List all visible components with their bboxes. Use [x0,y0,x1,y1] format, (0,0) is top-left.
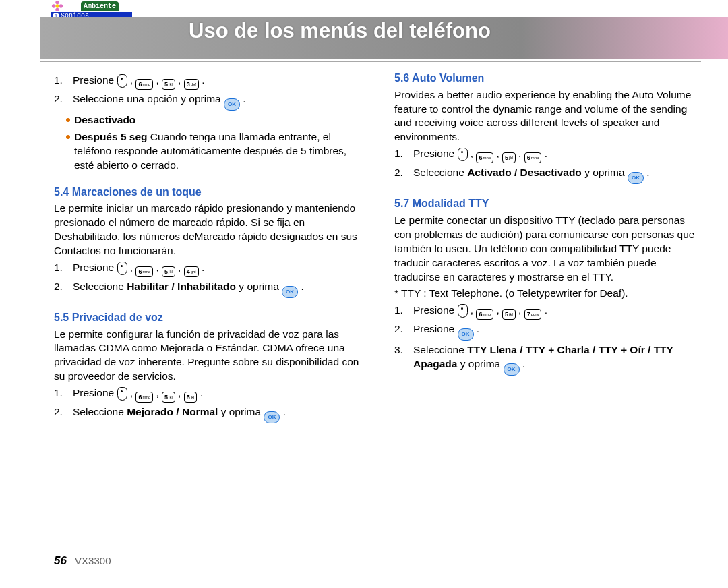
phone-menu-tab: Ambiente [81,1,119,11]
key-5: 5jkl [162,392,175,403]
section-text: Le permite conectar un dispositivo TTY (… [394,214,701,285]
menu-key-icon [117,74,127,88]
ok-key-icon: OK [458,328,474,341]
menu-key-icon [117,262,127,275]
svg-point-0 [55,4,59,7]
step: 3. Seleccione TTY Llena / TTY + Charla /… [394,343,701,376]
left-column: 1. Presione , 6mno , 5jkl , 3def . 2. Se… [54,71,361,541]
step: 2. Presione OK . [394,322,701,341]
menu-key-icon [458,148,468,161]
ok-key-icon: OK [628,172,644,184]
section-heading: 5.4 Marcaciones de un toque [54,185,361,200]
step: 2. Seleccione Activado / Desactivado y o… [394,166,701,184]
bullet-icon [66,135,70,139]
svg-point-4 [52,4,55,7]
menu-key-icon [458,304,468,318]
header-divider [40,61,701,62]
section-heading: 5.7 Modalidad TTY [394,196,701,211]
key-6: 6mno [135,266,153,277]
key-5: 5jkl [162,266,175,277]
section-text: Le permite configurar la función de priv… [54,328,361,384]
key-6: 6mno [476,152,493,163]
section-text: Provides a better audio experience by en… [394,88,701,145]
bullet-icon [66,118,70,122]
key-4: 4ghi [184,266,199,277]
step: 1. Presione , 6mno , 5jkl , 5jkl . [54,386,361,403]
section-note: * TTY : Text Telephone. (o Teletypewrite… [394,287,701,301]
key-5: 5jkl [502,309,516,320]
menu-key-icon [117,387,127,401]
ok-key-icon: OK [264,411,280,423]
key-3: 3def [184,79,199,90]
svg-point-3 [55,8,59,11]
step: 1. Presione , 6mno , 5jkl , 3def . [54,74,361,90]
section-heading: 5.6 Auto Volumen [394,71,701,86]
key-7: 7pqrs [524,309,542,320]
ok-key-icon: OK [224,98,240,111]
bullet-item: Desactivado [54,113,361,127]
key-6: 6mno [135,79,153,90]
key-6: 6mno [476,309,493,320]
step: 1. Presione , 6mno , 5jkl , 6mno . [394,147,701,163]
page-footer: 56 VX3300 [54,554,111,568]
right-column: 5.6 Auto Volumen Provides a better audio… [394,71,701,541]
key-5: 5jkl [184,392,198,403]
page-title: Uso de los menús del teléfono [189,19,491,43]
bullet-item: Después 5 seg Cuando tenga una llamada e… [54,130,361,173]
step: 1. Presione , 6mno , 5jkl , 7pqrs . [394,303,701,320]
key-6: 6mno [135,392,153,403]
flower-icon [51,0,63,12]
step: 2. Seleccione una opción y oprima OK . [54,92,361,111]
page-number: 56 [54,554,67,567]
key-5: 5jkl [502,152,516,163]
model-label: VX3300 [75,555,111,566]
ok-key-icon: OK [282,286,298,298]
key-6: 6mno [524,152,542,163]
step: 1. Presione , 6mno , 5jkl , 4ghi . [54,261,361,277]
ok-key-icon: OK [504,363,520,376]
section-text: Le permite iniciar un marcado rápido pre… [54,202,361,258]
svg-point-1 [55,1,59,4]
content-area: 1. Presione , 6mno , 5jkl , 3def . 2. Se… [54,71,701,541]
step: 2. Seleccione Habilitar / Inhabilitado y… [54,280,361,298]
svg-point-2 [59,4,63,7]
key-5: 5jkl [162,79,175,90]
step: 2. Seleccione Mejorado / Normal y oprima… [54,405,361,423]
section-heading: 5.5 Privacidad de voz [54,310,361,325]
